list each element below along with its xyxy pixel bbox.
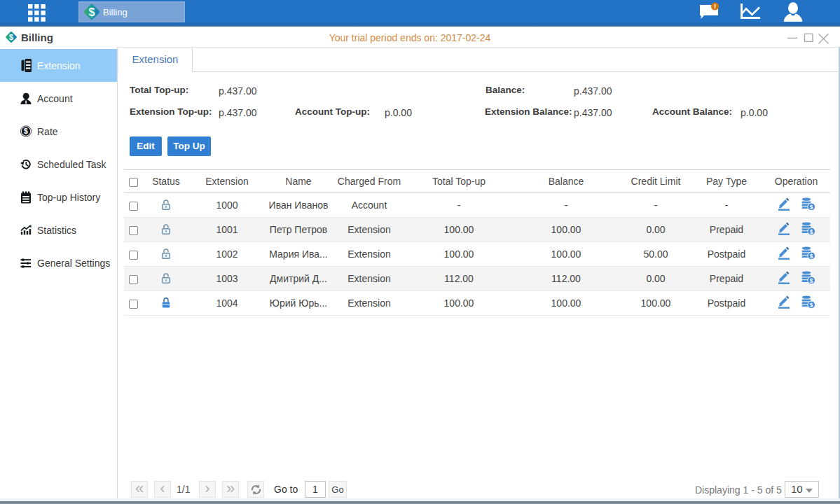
svg-text:$: $	[809, 253, 813, 260]
svg-text:!: !	[714, 2, 716, 10]
svg-text:$: $	[24, 127, 28, 135]
svg-text:$: $	[809, 204, 813, 211]
svg-text:$: $	[89, 6, 95, 18]
svg-text:$: $	[809, 277, 813, 284]
svg-text:$: $	[809, 302, 813, 309]
svg-text:$: $	[809, 228, 813, 235]
